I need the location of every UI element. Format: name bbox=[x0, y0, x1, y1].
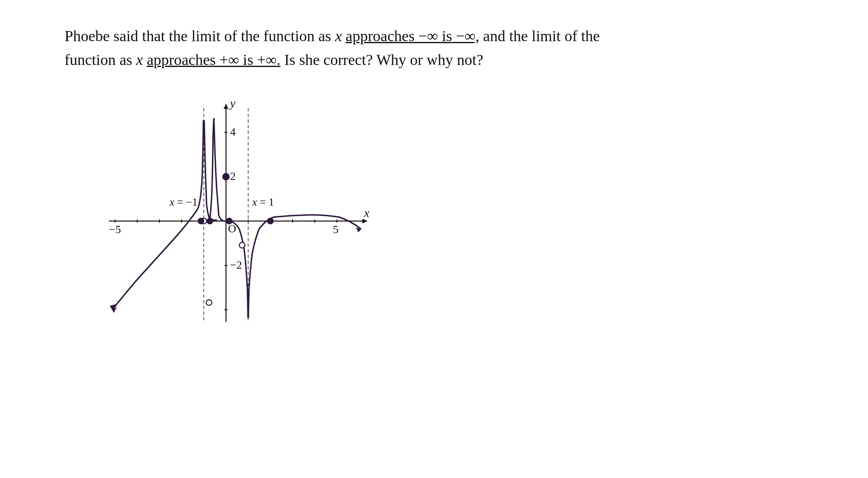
sentence1-before: Phoebe said that the limit of the functi… bbox=[65, 27, 335, 44]
phrase1: approaches −∞ is −∞, bbox=[346, 27, 479, 44]
filled-circle-neg1-left bbox=[198, 218, 204, 224]
y-4-label: 4 bbox=[230, 125, 236, 138]
sentence2-space bbox=[143, 51, 147, 68]
x-axis-label: x bbox=[364, 206, 370, 219]
y-2-label: 2 bbox=[230, 170, 236, 182]
problem-text: Phoebe said that the limit of the functi… bbox=[65, 24, 751, 72]
filled-circle-y2 bbox=[223, 173, 229, 180]
svg-marker-3 bbox=[224, 104, 228, 109]
sentence1-space bbox=[342, 27, 346, 44]
asymptote-1-label: x = 1 bbox=[252, 196, 274, 208]
open-circle-below bbox=[206, 300, 212, 305]
filled-circle-x0-right bbox=[226, 218, 232, 224]
filled-circle-neg1-right bbox=[207, 218, 213, 224]
variable-x-1: x bbox=[335, 27, 342, 44]
x-neg5-label: −5 bbox=[109, 223, 121, 236]
sentence2-after: Is she correct? Why or why not? bbox=[280, 51, 483, 68]
function-graph: x y −5 5 O 4 2 −2 x = −1 x = 1 bbox=[105, 96, 371, 330]
variable-x-2: x bbox=[136, 51, 143, 68]
x-5-label: 5 bbox=[333, 223, 339, 236]
graph-area: x y −5 5 O 4 2 −2 x = −1 x = 1 bbox=[65, 96, 844, 330]
y-axis-label: y bbox=[229, 96, 236, 110]
filled-circle-x2 bbox=[268, 218, 273, 224]
open-circle-mid bbox=[239, 242, 245, 248]
problem-container: Phoebe said that the limit of the functi… bbox=[24, 16, 844, 330]
y-neg2-label: −2 bbox=[230, 259, 242, 271]
asymptote-neg1-label: x = −1 bbox=[169, 196, 197, 208]
phrase2: approaches +∞ is +∞. bbox=[147, 51, 280, 68]
